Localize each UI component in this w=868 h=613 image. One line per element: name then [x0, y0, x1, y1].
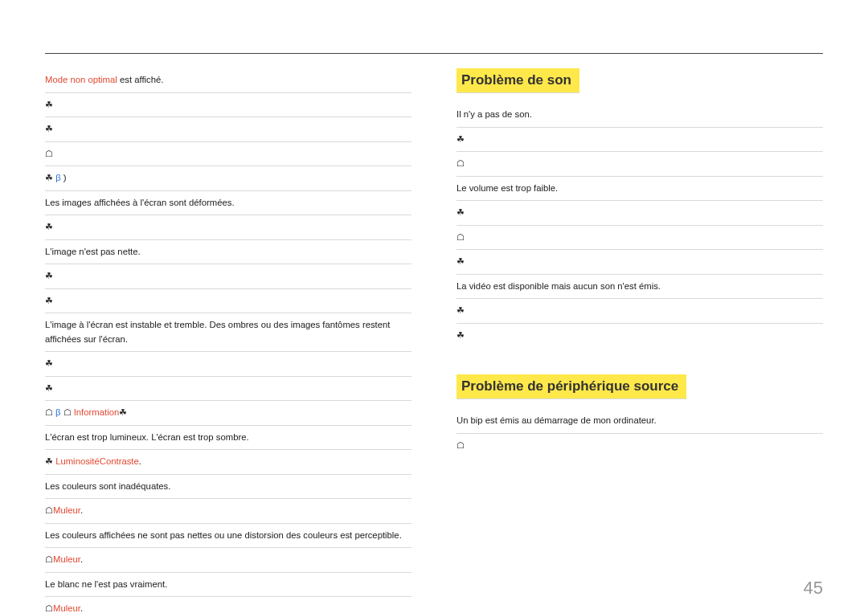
right-column: Problème de son Il n'y a pas de son.☘☖Le… [457, 68, 823, 613]
bullet-icon: ☘ [45, 222, 53, 231]
content-row: ☖Muleur. [45, 548, 411, 573]
bullet-icon: ☘ [457, 256, 465, 266]
content-row: Les couleurs affichées ne sont pas nette… [45, 524, 411, 549]
bullet-icon: ☖ [45, 603, 53, 613]
bullet-icon: ☘ [45, 124, 53, 133]
bullet-icon: ☘ [457, 330, 465, 340]
content-row: ☘ [45, 117, 411, 142]
text-fragment: Mode non optimal [45, 75, 117, 84]
content-row: ☘ [45, 377, 411, 402]
bullet-icon: ☘ [45, 296, 53, 305]
text-fragment: Muleur [53, 505, 80, 515]
content-row: ☘ [45, 289, 411, 314]
text-fragment: . [80, 505, 83, 515]
text-fragment: Les images affichées à l'écran sont défo… [45, 198, 235, 207]
text-fragment: Luminosité [55, 456, 100, 466]
bullet-icon: ☘ [457, 305, 465, 315]
text-fragment: Un bip est émis au démarrage de mon ordi… [457, 415, 657, 425]
bullet-icon: ☘ [45, 271, 53, 280]
bullet-icon: ☖ [45, 505, 53, 515]
left-column: Mode non optimal est affiché.☘☘☖☘ β )Les… [45, 68, 411, 613]
content-row: ☖ β ☖ Information☘ [45, 401, 411, 426]
bullet-icon: ☘ [45, 173, 53, 182]
content-row: ☘ β ) [45, 166, 411, 191]
content-row: ☘ [45, 215, 411, 240]
text-fragment: . [139, 456, 141, 466]
content-row: L'écran est trop lumineux. L'écran est t… [45, 426, 411, 451]
text-fragment: Les couleurs sont inadéquates. [45, 481, 170, 491]
content-row: ☖ [457, 434, 823, 458]
content-row: ☘ [457, 324, 823, 348]
bullet-icon: ☖ [45, 554, 53, 564]
text-fragment: Les couleurs affichées ne sont pas nette… [45, 530, 402, 540]
content-row: Mode non optimal est affiché. [45, 68, 411, 93]
content-row: ☘ [457, 250, 823, 275]
text-fragment: L'image n'est pas nette. [45, 247, 141, 256]
content-row: ☖Muleur. [45, 499, 411, 524]
bullet-icon: ☖ [457, 440, 465, 450]
bullet-icon: ☖ [457, 232, 465, 242]
content-row: L'image n'est pas nette. [45, 240, 411, 265]
bullet-icon: ☖ [45, 407, 55, 417]
content-row: L'image à l'écran est instable et trembl… [45, 313, 411, 352]
bullet-icon: ☖ [457, 158, 465, 168]
text-fragment: est affiché. [117, 75, 164, 84]
text-fragment: Le blanc ne l'est pas vraiment. [45, 579, 167, 589]
bullet-icon: ☘ [45, 100, 53, 109]
text-fragment: Le volume est trop faible. [457, 183, 558, 193]
text-fragment: L'image à l'écran est instable et trembl… [45, 320, 390, 344]
top-separator [45, 53, 823, 54]
text-fragment: Muleur [53, 554, 80, 564]
content-row: Un bip est émis au démarrage de mon ordi… [457, 409, 823, 434]
content-row: ☖ [457, 226, 823, 251]
content-row: Le volume est trop faible. [457, 177, 823, 202]
content-row: Les images affichées à l'écran sont défo… [45, 191, 411, 216]
text-fragment: ☖ [60, 407, 73, 417]
text-fragment: La vidéo est disponible mais aucun son n… [457, 281, 661, 291]
bullet-icon: ☘ [45, 383, 53, 393]
content-columns: Mode non optimal est affiché.☘☘☖☘ β )Les… [45, 68, 823, 613]
content-row: Les couleurs sont inadéquates. [45, 475, 411, 500]
text-fragment: L'écran est trop lumineux. L'écran est t… [45, 432, 249, 442]
content-row: ☖Muleur. [45, 597, 411, 613]
bullet-icon: ☘ [457, 134, 465, 144]
text-fragment: ) [61, 173, 67, 182]
sound-problem-heading: Problème de son [457, 68, 579, 93]
content-row: ☘ [45, 264, 411, 289]
source-device-problem-section: Un bip est émis au démarrage de mon ordi… [457, 409, 823, 457]
text-fragment: Muleur [53, 603, 80, 613]
content-row: ☖ [457, 152, 823, 177]
text-fragment: ☘ [119, 407, 127, 417]
page-number: 45 [804, 578, 823, 599]
bullet-icon: ☘ [457, 207, 465, 217]
content-row: Il n'y a pas de son. [457, 103, 823, 128]
sound-problem-section: Il n'y a pas de son.☘☖Le volume est trop… [457, 103, 823, 347]
content-row: ☘ [45, 93, 411, 118]
bullet-icon: ☘ [45, 358, 53, 368]
content-row: ☘ LuminositéContraste. [45, 450, 411, 475]
text-fragment: . [80, 554, 83, 564]
content-row: ☘ [457, 201, 823, 226]
source-device-problem-heading: Problème de périphérique source [457, 374, 686, 399]
text-fragment: . [80, 603, 83, 613]
text-fragment: Information [74, 407, 120, 417]
content-row: La vidéo est disponible mais aucun son n… [457, 275, 823, 300]
content-row: Le blanc ne l'est pas vraiment. [45, 573, 411, 598]
text-fragment: Contraste [100, 456, 139, 466]
bullet-icon: ☘ [45, 456, 53, 466]
content-row: ☘ [457, 128, 823, 153]
content-row: ☘ [45, 352, 411, 377]
bullet-icon: ☖ [45, 149, 53, 158]
content-row: ☖ [45, 142, 411, 167]
content-row: ☘ [457, 299, 823, 324]
text-fragment: Il n'y a pas de son. [457, 109, 532, 119]
